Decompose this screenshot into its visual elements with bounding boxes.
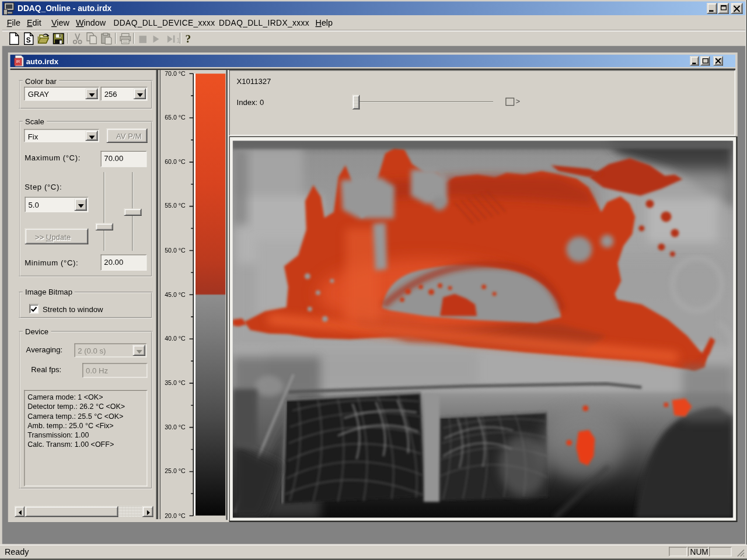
svg-text:?: ? bbox=[185, 33, 191, 45]
svg-text:S: S bbox=[26, 36, 30, 44]
svg-text:IR: IR bbox=[16, 60, 20, 64]
svg-text:1: 1 bbox=[176, 37, 180, 43]
